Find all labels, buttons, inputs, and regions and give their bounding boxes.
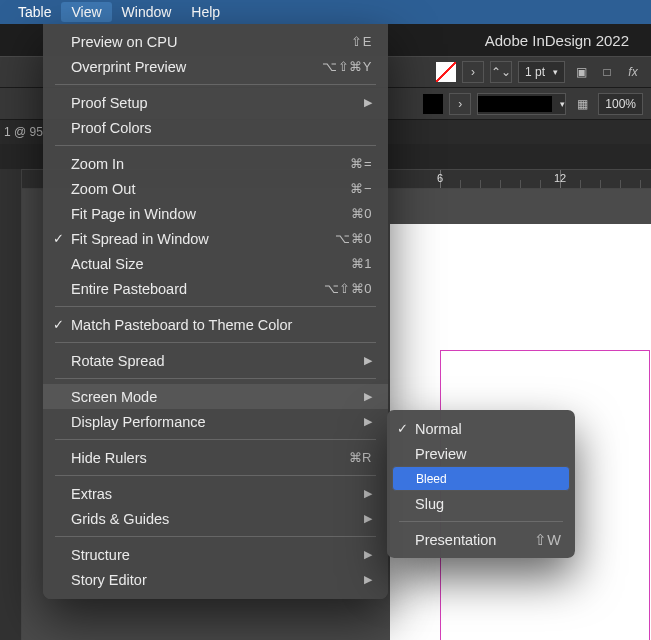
menu-separator <box>55 475 376 476</box>
fill-dropdown[interactable]: › <box>462 61 484 83</box>
screenmode-normal[interactable]: ✓Normal <box>387 416 575 441</box>
submenu-chevron-icon: ▶ <box>364 487 372 500</box>
screen-mode-submenu: ✓Normal Preview Bleed Slug Presentation⇧… <box>387 410 575 558</box>
menu-preview-cpu[interactable]: Preview on CPU⇧E <box>43 29 388 54</box>
menu-fit-spread[interactable]: ✓Fit Spread in Window⌥⌘0 <box>43 226 388 251</box>
menu-separator <box>399 521 563 522</box>
fx-icon[interactable]: fx <box>623 62 643 82</box>
menubar: Table View Window Help <box>0 0 651 24</box>
menu-hide-rulers[interactable]: Hide Rulers⌘R <box>43 445 388 470</box>
submenu-chevron-icon: ▶ <box>364 573 372 586</box>
menu-separator <box>55 439 376 440</box>
menu-structure[interactable]: Structure▶ <box>43 542 388 567</box>
check-icon: ✓ <box>53 317 64 332</box>
submenu-chevron-icon: ▶ <box>364 415 372 428</box>
stroke-weight-stepper[interactable]: ⌃⌄ <box>490 61 512 83</box>
menu-proof-colors[interactable]: Proof Colors <box>43 115 388 140</box>
opacity-select[interactable]: 100% <box>598 93 643 115</box>
submenu-chevron-icon: ▶ <box>364 96 372 109</box>
menu-fit-page[interactable]: Fit Page in Window⌘0 <box>43 201 388 226</box>
menu-help[interactable]: Help <box>181 2 230 22</box>
menu-separator <box>55 378 376 379</box>
menu-extras[interactable]: Extras▶ <box>43 481 388 506</box>
menu-overprint-preview[interactable]: Overprint Preview⌥⇧⌘Y <box>43 54 388 79</box>
submenu-chevron-icon: ▶ <box>364 548 372 561</box>
menu-proof-setup[interactable]: Proof Setup▶ <box>43 90 388 115</box>
ruler-mark-12: 12 <box>554 172 566 184</box>
screenmode-slug[interactable]: Slug <box>387 491 575 516</box>
check-icon: ✓ <box>397 421 408 436</box>
stroke-black-swatch[interactable] <box>423 94 443 114</box>
stroke-weight-select[interactable]: 1 pt▾ <box>518 61 565 83</box>
stroke-style-select[interactable]: ▾ <box>477 93 566 115</box>
stroke-dropdown[interactable]: › <box>449 93 471 115</box>
menu-view[interactable]: View <box>61 2 111 22</box>
submenu-chevron-icon: ▶ <box>364 512 372 525</box>
submenu-chevron-icon: ▶ <box>364 390 372 403</box>
menu-match-pasteboard[interactable]: ✓Match Pasteboard to Theme Color <box>43 312 388 337</box>
menu-separator <box>55 342 376 343</box>
autofit-icon[interactable]: ▣ <box>571 62 591 82</box>
document-tab[interactable]: 1 @ 95 <box>4 125 43 139</box>
menu-grids-guides[interactable]: Grids & Guides▶ <box>43 506 388 531</box>
menu-separator <box>55 145 376 146</box>
menu-story-editor[interactable]: Story Editor▶ <box>43 567 388 592</box>
screenmode-preview[interactable]: Preview <box>387 441 575 466</box>
view-menu-dropdown: Preview on CPU⇧E Overprint Preview⌥⇧⌘Y P… <box>43 24 388 599</box>
menu-separator <box>55 306 376 307</box>
screenmode-bleed[interactable]: Bleed <box>392 466 570 491</box>
ruler-mark-6: 6 <box>437 172 443 184</box>
ruler-vertical[interactable] <box>0 169 22 640</box>
menu-zoom-in[interactable]: Zoom In⌘= <box>43 151 388 176</box>
app-title: Adobe InDesign 2022 <box>485 32 629 49</box>
app-area: Adobe InDesign 2022 › ⌃⌄ 1 pt▾ ▣ □ fx › … <box>0 24 651 640</box>
menu-screen-mode[interactable]: Screen Mode▶ <box>43 384 388 409</box>
frame-icon[interactable]: □ <box>597 62 617 82</box>
menu-separator <box>55 84 376 85</box>
menu-zoom-out[interactable]: Zoom Out⌘− <box>43 176 388 201</box>
opacity-icon: ▦ <box>572 94 592 114</box>
menu-rotate-spread[interactable]: Rotate Spread▶ <box>43 348 388 373</box>
menu-display-performance[interactable]: Display Performance▶ <box>43 409 388 434</box>
screenmode-presentation[interactable]: Presentation⇧W <box>387 527 575 552</box>
submenu-chevron-icon: ▶ <box>364 354 372 367</box>
menu-entire-pasteboard[interactable]: Entire Pasteboard⌥⇧⌘0 <box>43 276 388 301</box>
menu-window[interactable]: Window <box>112 2 182 22</box>
menu-separator <box>55 536 376 537</box>
check-icon: ✓ <box>53 231 64 246</box>
menu-actual-size[interactable]: Actual Size⌘1 <box>43 251 388 276</box>
menu-table[interactable]: Table <box>8 2 61 22</box>
fill-none-swatch[interactable] <box>436 62 456 82</box>
